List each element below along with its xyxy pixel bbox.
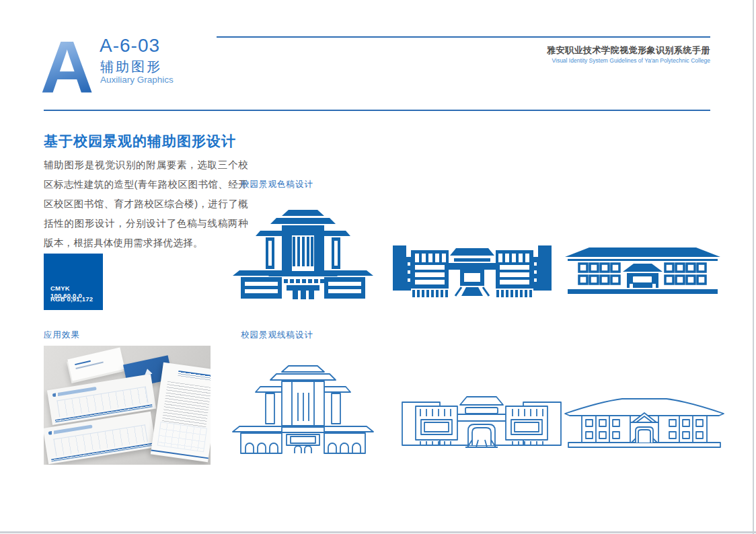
doc-title-cn: 辅助图形 [100,58,162,76]
primary-color-swatch: CMYK 100,60,0,0 RGB 0,91,172 [44,254,103,310]
manual-page: A A-6-03 辅助图形 Auxiliary Graphics 雅安职业技术学… [0,0,756,534]
doc-title-en: Auxiliary Graphics [100,75,174,85]
swatch-rgb-value: RGB 0,91,172 [50,295,93,303]
line-design-label: 校园景观线稿设计 [241,330,313,341]
line-sketch-jingkai-library-illustration [398,394,565,451]
window-bottom-border [0,531,756,533]
window-right-border [753,0,754,534]
business-card-stack [67,347,124,381]
color-sketch-jingkai-library-illustration [389,242,556,299]
color-sketch-complex-building-illustration [564,246,722,297]
line-sketch-library-illustration [231,363,375,454]
manual-title-en: Visual Identity System Guidelines of Ya'… [552,57,710,64]
letterhead-logo-mark [178,371,211,381]
section-title: 基于校园景观的辅助图形设计 [44,132,236,151]
manual-title-cn: 雅安职业技术学院视觉形象识别系统手册 [547,44,710,56]
header-rule-top [217,36,710,38]
doc-code: A-6-03 [100,35,160,56]
intro-paragraph: 辅助图形是视觉识别的附属要素，选取三个校区标志性建筑的造型(青年路校区图书馆、经… [44,155,248,253]
letterhead-text-lines [162,381,211,429]
header-divider-rule [44,110,710,111]
line-sketch-complex-building-illustration [560,393,728,450]
color-sketch-library-illustration [231,208,375,299]
brand-letter-logo: A [40,30,93,104]
application-mockup-photo [44,346,211,465]
color-design-label: 校园景观色稿设计 [241,179,313,190]
application-label: 应用效果 [44,330,80,341]
